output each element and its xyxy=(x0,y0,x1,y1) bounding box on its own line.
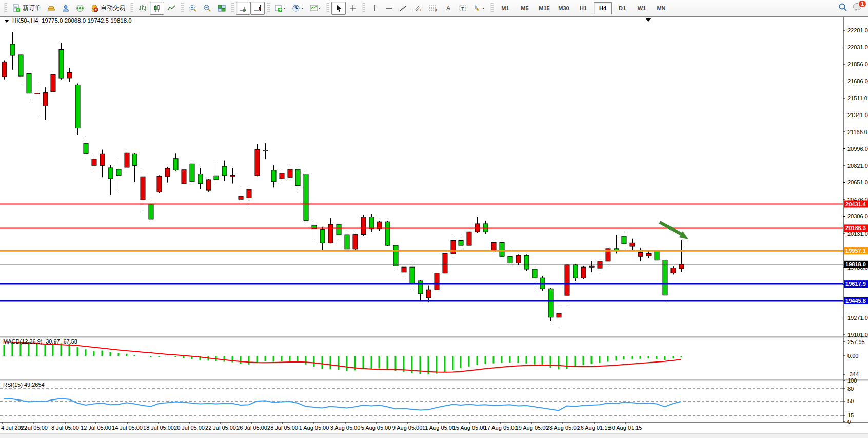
y-axis-tick-label: 22031.0 xyxy=(847,44,868,50)
macd-axis-label: -344 xyxy=(847,371,859,377)
x-axis-tick-label: 23 Aug 05:00 xyxy=(546,425,580,431)
svg-text:20431.4: 20431.4 xyxy=(845,201,866,207)
rsi-axis-label: 100 xyxy=(847,377,857,384)
rsi-axis-label: 15 xyxy=(847,412,854,418)
x-axis-tick-label: 20 Jul 05:00 xyxy=(174,425,205,431)
macd-axis-label: 0.00 xyxy=(847,353,858,359)
y-axis-tick-label: 21856.0 xyxy=(847,61,868,67)
svg-text:19617.9: 19617.9 xyxy=(845,281,866,287)
x-axis-tick-label: 18 Jul 05:00 xyxy=(143,425,174,431)
price-badge-19617.9: 19617.9 xyxy=(844,280,868,288)
y-axis-tick-label: 22201.0 xyxy=(847,27,868,33)
macd-axis-label: 257.95 xyxy=(847,339,865,345)
x-axis-tick-label: 22 Jul 05:00 xyxy=(205,425,236,431)
chart-title: HK50-,H4 19775.0 20068.0 19742.5 19818.0 xyxy=(12,17,132,24)
x-axis-tick-label: 11 Aug 05:00 xyxy=(422,425,455,431)
y-axis-tick-label: 20996.0 xyxy=(847,146,868,152)
x-axis-tick-label: 30 Aug 01:15 xyxy=(609,425,642,431)
y-axis-tick-label: 19271.0 xyxy=(847,315,868,321)
y-axis-tick-label: 21166.0 xyxy=(847,129,867,135)
x-axis-tick-label: 9 Aug 05:00 xyxy=(392,425,423,431)
rsi-axis-label: 50 xyxy=(847,398,854,404)
y-axis-tick-label: 20821.0 xyxy=(847,163,868,169)
y-axis-tick-label: 19101.0 xyxy=(847,332,868,338)
x-axis-tick-label: 15 Aug 05:00 xyxy=(453,425,486,431)
svg-text:20186.3: 20186.3 xyxy=(845,225,866,231)
x-axis-tick-label: 26 Aug 01:15 xyxy=(578,425,611,431)
chart-background xyxy=(0,17,868,438)
rsi-axis-label: 80 xyxy=(847,386,854,392)
x-axis-tick-label: 12 Jul 05:00 xyxy=(81,425,111,431)
chart-canvas[interactable]: 22201.022031.021856.021686.021511.021341… xyxy=(0,0,868,438)
x-axis-tick-label: 5 Aug 05:00 xyxy=(361,425,391,431)
svg-text:19818.0: 19818.0 xyxy=(845,261,866,268)
x-axis-tick-label: 1 Aug 05:00 xyxy=(299,425,329,431)
price-badge-20431.4: 20431.4 xyxy=(844,201,868,208)
x-axis-tick-label: 17 Aug 05:00 xyxy=(484,425,518,431)
x-axis-tick-label: 28 Jul 05:00 xyxy=(267,425,298,431)
x-axis-tick-label: 8 Jul 05:00 xyxy=(51,425,79,431)
x-axis-tick-label: 14 Jul 05:00 xyxy=(112,425,143,431)
price-badge-20186.3: 20186.3 xyxy=(844,224,868,232)
y-axis-tick-label: 20306.0 xyxy=(847,213,868,219)
price-badge-19818.0: 19818.0 xyxy=(844,261,868,268)
svg-text:19445.8: 19445.8 xyxy=(845,298,866,304)
rsi-axis-label: 0 xyxy=(847,418,851,425)
svg-text:19957.1: 19957.1 xyxy=(845,247,866,254)
y-axis-tick-label: 20651.0 xyxy=(847,179,868,185)
y-axis-tick-label: 21511.0 xyxy=(847,95,867,101)
mt4-window: 新订单 自动交易 xyxy=(0,0,868,438)
x-axis-tick-label: 26 Jul 05:00 xyxy=(236,425,267,431)
price-badge-19957.1: 19957.1 xyxy=(844,247,868,254)
x-axis-tick-label: 3 Aug 05:00 xyxy=(330,425,361,431)
y-axis-tick-label: 21686.0 xyxy=(847,78,868,84)
price-badge-19445.8: 19445.8 xyxy=(844,297,868,304)
macd-label: MACD(12,26,9) -30.97 -67.58 xyxy=(3,338,77,345)
x-axis-tick-label: 19 Aug 05:00 xyxy=(516,425,549,431)
rsi-label: RSI(15) 49.2654 xyxy=(3,382,45,388)
y-axis-tick-label: 21341.0 xyxy=(847,112,868,118)
x-axis-tick-label: 6 Jul 05:00 xyxy=(20,425,48,431)
